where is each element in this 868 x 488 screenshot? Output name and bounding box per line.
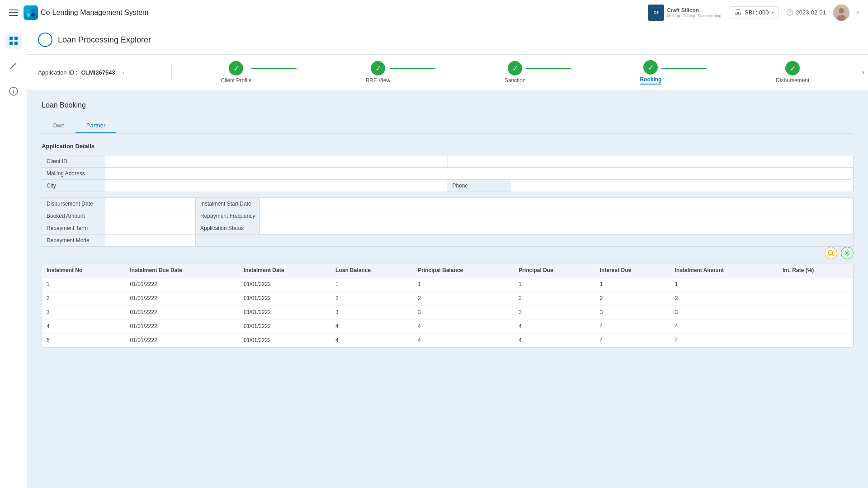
table-row: Repayment Mode [42,235,854,247]
city-value[interactable] [105,180,448,192]
table-row: Client ID [42,155,854,168]
instalment-start-date-label: Instalment Start Date [196,198,260,210]
page-title: Loan Processing Explorer [58,35,151,45]
client-info-table: Client ID Mailing Address City Phone [42,155,854,192]
bank-selector[interactable]: 🏛 SBI : 000 ▾ [730,6,778,19]
tab-own[interactable]: Own [42,118,75,133]
svg-point-5 [839,8,844,14]
repayment-term-label: Repayment Term [42,222,105,235]
repayment-term-value[interactable] [105,222,196,235]
col-instalment-no: Instalment No [42,263,126,277]
table-cell: 4 [331,319,413,333]
search-action-button[interactable] [825,247,837,259]
booked-amount-value[interactable] [105,210,196,222]
step-icon-booking: ✓ [643,60,658,75]
step-booking[interactable]: ✓ Booking [640,60,661,84]
table-cell: 3 [42,305,126,319]
svg-rect-9 [9,42,13,45]
tab-partner[interactable]: Partner [75,118,117,133]
step-label-booking: Booking [640,76,661,84]
svg-rect-10 [14,42,18,45]
table-cell: 4 [42,319,126,333]
mailing-address-value[interactable] [105,168,854,180]
booked-amount-label: Booked Amount [42,210,105,222]
table-cell: 2 [331,291,413,305]
table-row: 501/01/222201/01/222244444 [42,333,853,347]
current-date: 2023-02-01 [796,9,826,16]
disbursement-date-value[interactable] [105,198,196,210]
table-cell: 4 [413,319,514,333]
svg-point-3 [31,13,35,17]
table-cell: 4 [670,333,778,347]
application-status-value[interactable] [260,222,854,235]
application-details-subtitle: Application Details [42,143,854,150]
step-label-disbursement: Disbursement [776,77,809,84]
step-disbursement[interactable]: ✓ Disbursement [776,61,809,84]
user-avatar[interactable] [833,5,849,21]
page-header: ← Loan Processing Explorer [27,25,868,55]
svg-rect-7 [9,37,13,40]
phone-value[interactable] [511,180,854,192]
app-id-label: Application ID : [38,69,77,76]
sidebar-item-grid[interactable] [5,33,22,49]
step-row-client-profile: ✓ Client Profile [221,61,297,84]
table-cell: 1 [514,277,595,291]
step-icon-bre-view: ✓ [371,61,385,75]
client-id-value[interactable] [105,155,448,168]
table-cell: 01/01/2222 [126,319,239,333]
step-row-sanction: ✓ Sanction [505,61,571,84]
step-icon-disbursement: ✓ [785,61,800,75]
table-row: Repayment Term Application Status [42,222,854,235]
svg-text:i: i [13,89,14,94]
hamburger-menu[interactable] [9,9,18,16]
bank-dropdown-arrow[interactable]: ▾ [772,10,774,15]
table-cell: 3 [413,305,514,319]
table-cell: 1 [331,277,413,291]
step-client-profile[interactable]: ✓ Client Profile [221,61,251,84]
app-title: Co-Lending Management System [41,9,148,17]
table-cell: 5 [42,333,126,347]
table-row: Disbursement Date Instalment Start Date [42,198,854,210]
prev-step-arrow[interactable]: ‹ [123,69,124,76]
table-cell: 01/01/2222 [126,277,239,291]
back-button[interactable]: ← [38,33,52,47]
settings-action-button[interactable] [841,247,854,259]
app-logo: Co-Lending Management System [24,5,148,20]
table-row: 101/01/222201/01/222211111 [42,277,853,291]
col-instalment-date: Instalment Date [239,263,331,277]
svg-rect-8 [14,37,18,40]
repayment-frequency-label: Repayment Frequency [196,210,260,222]
table-cell: 4 [514,319,595,333]
repayment-mode-value[interactable] [105,235,196,247]
step-sanction[interactable]: ✓ Sanction [505,61,526,84]
instalment-start-date-value[interactable] [260,198,854,210]
next-step-arrow[interactable]: › [859,65,868,80]
table-cell [778,305,853,319]
header-row: Instalment No Instalment Due Date Instal… [42,263,853,277]
sidebar-item-edit[interactable] [5,58,22,74]
step-label-bre-view: BRE View [366,77,390,84]
top-navigation: Co-Lending Management System CS Craft Si… [0,0,868,25]
user-dropdown-arrow[interactable]: ▾ [857,10,859,15]
table-cell: 01/01/2222 [239,319,331,333]
table-header: Instalment No Instalment Due Date Instal… [42,263,853,277]
table-cell: 2 [42,291,126,305]
bank-code: SBI : 000 [745,9,769,16]
step-row-booking: ✓ Booking [640,60,707,84]
action-icons-row [42,247,854,259]
svg-point-2 [27,13,30,17]
workflow-nav-arrows: › [859,65,868,80]
sidebar-item-alerts[interactable]: i [5,83,22,99]
company-tagline: Making. Cutting. Transforming. [667,14,722,18]
table-cell: 1 [595,277,670,291]
app-id-value: CLMI267543 [81,69,115,76]
application-id-section: Application ID : CLMI267543 ‹ [27,66,172,80]
step-bre-view[interactable]: ✓ BRE View [366,61,390,84]
table-cell: 3 [595,305,670,319]
table-cell: 4 [514,333,595,347]
repayment-frequency-value[interactable] [260,210,854,222]
booking-tabs: Own Partner [42,118,854,134]
step-label-client-profile: Client Profile [221,77,251,84]
instalment-table-container: Instalment No Instalment Due Date Instal… [42,263,854,348]
phone-label: Phone [448,180,511,192]
